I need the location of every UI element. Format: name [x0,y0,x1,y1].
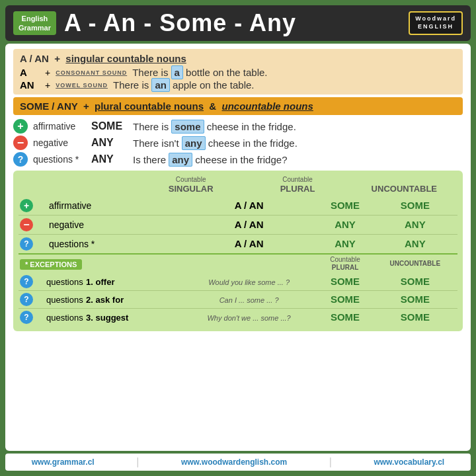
rule-type-affirmative: affirmative [33,121,86,132]
highlight-a: a [171,65,183,79]
aan-section: A / AN + singular countable nouns A + CO… [13,49,463,95]
minus-icon: − [13,136,28,150]
question-icon: ? [13,152,28,167]
rule-word-any-q: ANY [91,153,128,165]
table-cell-some-1: SOME [317,196,372,216]
exc-q-icon-1: ? [20,275,33,288]
content-area: A / AN + singular countable nouns A + CO… [5,44,471,451]
footer-link-1[interactable]: www.grammar.cl [32,457,95,467]
exc-label-2: questions 2. ask for [45,290,180,308]
english-grammar-badge: English Grammar [13,11,56,36]
rule-negative: − negative ANY There isn't any cheese in… [13,136,463,150]
table-row: ? questions 2. ask for Can I ... some ..… [19,290,457,308]
table-cell-some-2: SOME [373,196,457,216]
table-cell-any-1: ANY [317,215,372,234]
table-cell-any-2: ANY [373,215,457,234]
table-cell-any-3: ANY [317,234,372,254]
letter-a: A [20,67,40,78]
table-col-headers: Countable SINGULAR Countable PLURAL UNCO… [19,176,457,194]
exc-label-1: questions 1. offer [45,273,180,291]
highlight-some: some [171,120,204,134]
footer-link-2[interactable]: www.woodwardenglish.com [181,457,287,467]
exc-small-3: Why don't we ... some ...? [180,308,318,326]
col-header-singular: Countable SINGULAR [138,176,244,194]
exc-small-2: Can I ... some ... ? [180,290,318,308]
footer-link-3[interactable]: www.vocabulary.cl [374,457,444,467]
exc-label-3: questions 3. suggest [45,308,180,326]
rule-type-negative: negative [33,138,86,148]
highlight-any-neg: any [182,136,206,150]
exc-cell-some-6: SOME [373,308,457,326]
exc-q-icon-3: ? [20,311,33,324]
woodward-logo: Woodward ENGLISH [409,11,463,34]
table-minus-icon: − [20,218,33,231]
table-row: ? questions * A / AN ANY ANY [19,234,457,254]
plus-icon: + [13,119,28,134]
rule-affirmative: + affirmative SOME There is some cheese … [13,119,463,134]
exceptions-col-uncountable: UNCOUNTABLE [373,254,457,273]
table-plus-icon: + [20,199,33,212]
someany-title: SOME / ANY + plural countable nouns & un… [13,97,463,115]
exceptions-col-plural: CountablePLURAL [317,254,372,273]
table-cell-aan-3: A / AN [180,234,318,254]
aan-row-a: A + CONSONANT SOUND There is a bottle on… [20,67,456,78]
col-header-uncountable: UNCOUNTABLE [351,176,457,194]
exc-q-icon-2: ? [20,293,33,306]
main-container: English Grammar A - An - Some - Any Wood… [0,0,476,476]
exc-cell-some-5: SOME [317,308,372,326]
highlight-an: an [151,78,170,92]
highlight-any-q: any [169,153,192,167]
exceptions-badge: * EXCEPTIONS [20,259,82,270]
table-cell-aan-1: A / AN [180,196,318,216]
table-label-affirmative: affirmative [45,196,180,216]
table-label-questions: questions * [45,234,180,254]
exceptions-row: * EXCEPTIONS CountablePLURAL UNCOUNTABLE [19,254,457,273]
table-row: − negative A / AN ANY ANY [19,215,457,234]
green-table-section: Countable SINGULAR Countable PLURAL UNCO… [13,171,463,331]
page-title: A - An - Some - Any [64,9,409,37]
aan-row-an: AN + VOWEL SOUND There is an apple on th… [20,79,456,91]
table-q-icon: ? [20,237,33,251]
table-label-negative: negative [45,215,180,234]
rules-area: + affirmative SOME There is some cheese … [13,118,463,168]
exc-cell-some-1: SOME [317,273,372,291]
footer: www.grammar.cl | www.woodwardenglish.com… [5,454,471,471]
exc-cell-some-3: SOME [317,290,372,308]
rule-questions: ? questions * ANY Is there any cheese in… [13,152,463,167]
header: English Grammar A - An - Some - Any Wood… [5,5,471,41]
aan-title: A / AN + singular countable nouns [20,53,456,64]
aan-rows: A + CONSONANT SOUND There is a bottle on… [20,67,456,91]
table-row: ? questions 3. suggest Why don't we ... … [19,308,457,326]
rule-word-some: SOME [91,120,128,132]
table-cell-any-4: ANY [373,234,457,254]
rule-type-questions: questions * [33,154,86,165]
table-row: ? questions 1. offer Would you like some… [19,273,457,291]
exc-cell-some-4: SOME [373,290,457,308]
table-row: + affirmative A / AN SOME SOME [19,196,457,216]
exc-small-1: Would you like some ... ? [180,273,318,291]
table-cell-aan-2: A / AN [180,215,318,234]
col-header-plural: Countable PLURAL [244,176,350,194]
exc-cell-some-2: SOME [373,273,457,291]
rule-word-any-neg: ANY [91,137,128,149]
letter-an: AN [20,79,40,91]
main-table: + affirmative A / AN SOME SOME − negativ… [19,196,457,326]
